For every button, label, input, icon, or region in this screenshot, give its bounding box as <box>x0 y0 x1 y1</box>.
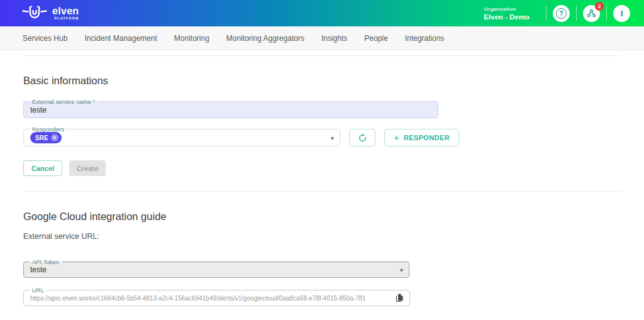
chevron-down-icon[interactable]: ▾ <box>400 267 403 273</box>
nav-services-hub[interactable]: Services Hub <box>23 34 67 43</box>
brand-logo[interactable]: elven PLATFORM <box>21 5 79 21</box>
cancel-button[interactable]: Cancel <box>23 160 62 176</box>
owl-logo-icon <box>21 5 48 21</box>
responder-chip-sre[interactable]: SRE × <box>30 132 62 143</box>
integration-url-field[interactable]: URL <box>23 290 410 306</box>
section-divider <box>23 55 621 56</box>
nav-people[interactable]: People <box>364 34 387 43</box>
main-nav: Services Hub Incident Management Monitor… <box>0 26 644 50</box>
api-token-select[interactable]: API Token teste ▾ <box>23 262 409 278</box>
basic-informations-title: Basic informations <box>23 75 621 87</box>
content-area: Basic informations External service name… <box>0 55 644 306</box>
integration-url-input[interactable] <box>24 290 409 306</box>
question-mark-icon: ? <box>556 8 567 19</box>
section-divider <box>23 191 621 192</box>
nav-incident-management[interactable]: Incident Management <box>84 34 157 43</box>
share-nodes-icon <box>587 9 596 18</box>
google-cloud-guide-title: Google Cloud integration guide <box>23 211 621 223</box>
notification-badge: 2 <box>595 2 604 11</box>
header-divider <box>576 6 577 21</box>
chip-remove-icon[interactable]: × <box>51 134 58 141</box>
add-responder-button[interactable]: + RESPONDER <box>384 129 459 146</box>
create-button-disabled[interactable]: Create <box>69 160 106 176</box>
organization-name: Elven - Demo <box>484 13 530 21</box>
avatar-initial: I <box>621 9 623 18</box>
refresh-icon <box>358 133 367 143</box>
add-responder-label: RESPONDER <box>404 134 450 141</box>
form-actions: Cancel Create <box>23 160 621 176</box>
header-divider <box>546 6 547 21</box>
external-service-url-caption: External service URL: <box>23 232 621 241</box>
nav-monitoring-aggregators[interactable]: Monitoring Aggregators <box>226 34 304 43</box>
refresh-responders-button[interactable] <box>349 129 375 146</box>
responders-select[interactable]: Responders SRE × ▾ <box>23 129 340 146</box>
url-label: URL <box>30 287 47 294</box>
api-token-value: teste <box>24 262 409 277</box>
plus-icon: + <box>394 132 399 143</box>
app-header: elven PLATFORM Organization Elven - Demo… <box>0 0 644 26</box>
organization-label: Organization <box>484 6 530 12</box>
organization-selector[interactable]: Organization Elven - Demo <box>484 6 530 21</box>
header-divider <box>606 6 607 21</box>
brand-subtitle: PLATFORM <box>52 17 79 21</box>
nav-insights[interactable]: Insights <box>321 34 347 43</box>
chevron-down-icon[interactable]: ▾ <box>331 135 334 141</box>
brand-name: elven <box>52 6 79 16</box>
responders-row: Responders SRE × ▾ + RESPONDER <box>23 129 621 146</box>
copy-icon <box>395 294 404 303</box>
nav-monitoring[interactable]: Monitoring <box>174 34 209 43</box>
share-notifications-button[interactable]: 2 <box>583 5 600 22</box>
external-service-name-field[interactable]: External service name * <box>23 101 438 118</box>
nav-integrations[interactable]: Integrations <box>405 34 445 43</box>
external-service-name-label: External service name * <box>30 99 97 105</box>
chip-label: SRE <box>35 135 48 141</box>
help-button[interactable]: ? <box>553 5 570 22</box>
copy-url-button[interactable] <box>395 294 404 303</box>
user-avatar[interactable]: I <box>613 5 630 22</box>
